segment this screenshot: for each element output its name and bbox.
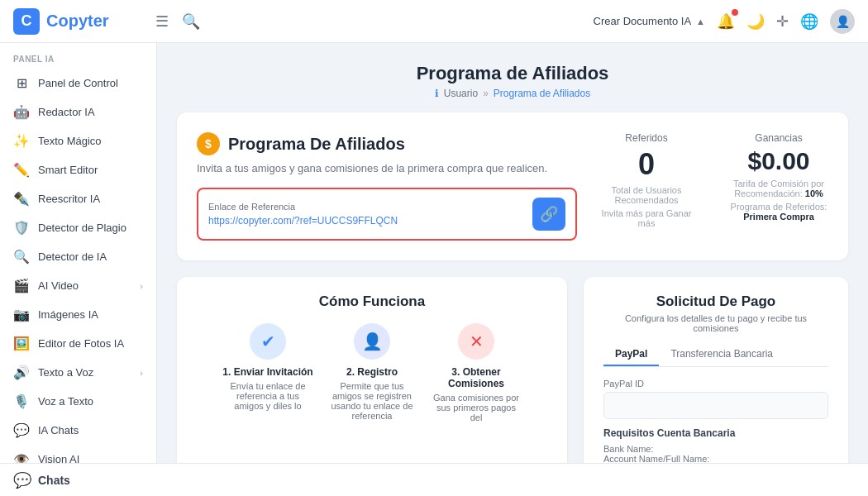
- sidebar-label-texto-voz: Texto a Voz: [38, 366, 131, 379]
- sidebar-icon-smart-editor: ✏️: [13, 162, 30, 178]
- nav-icons-left: ☰ 🔍: [155, 12, 200, 31]
- info-icon: ℹ: [435, 88, 439, 99]
- dollar-badge: $: [197, 132, 220, 155]
- ref-link-label: Enlace de Referencia: [208, 202, 526, 212]
- main-content: Programa de Afiliados ℹ Usuario » Progra…: [157, 43, 868, 496]
- affiliate-header: $ Programa De Afiliados: [197, 132, 577, 155]
- sidebar-label-ai-video: AI Video: [38, 279, 131, 292]
- sidebar-label-detector-ia: Detector de IA: [38, 250, 143, 263]
- sidebar-icon-texto-magico: ✨: [13, 133, 30, 149]
- sidebar-item-texto-magico[interactable]: ✨ Texto Mágico: [0, 126, 156, 155]
- sidebar-item-imagenes-ia[interactable]: 📷 Imágenes IA: [0, 300, 156, 329]
- page-title: Programa de Afiliados: [177, 63, 848, 84]
- sidebar-item-ia-chats[interactable]: 💬 IA Chats: [0, 416, 156, 445]
- step-icon-3: ✕: [458, 323, 494, 360]
- breadcrumb-user: Usuario: [444, 88, 478, 99]
- sidebar-icon-detector-plagio: 🛡️: [13, 220, 30, 236]
- payment-title: Solicitud De Pago: [603, 293, 828, 310]
- how-step-3: ✕ 3. Obtener Comisiones Gana comisiones …: [431, 323, 522, 422]
- copy-link-button[interactable]: 🔗: [532, 198, 565, 231]
- stat-referidos: Referidos 0 Total de Usuarios Recomendad…: [597, 132, 696, 228]
- chevron-up-icon: ▲: [696, 17, 705, 26]
- sidebar-icon-editor-fotos: 🖼️: [13, 336, 30, 351]
- affiliate-stats: Referidos 0 Total de Usuarios Recomendad…: [597, 132, 828, 228]
- breadcrumb-current[interactable]: Programa de Afiliados: [494, 88, 590, 99]
- sidebar-item-editor-fotos[interactable]: 🖼️ Editor de Fotos IA: [0, 329, 156, 358]
- affiliate-left: $ Programa De Afiliados Invita a tus ami…: [197, 132, 577, 241]
- sidebar-item-redactor-ia[interactable]: 🤖 Redactor IA: [0, 98, 156, 126]
- avatar[interactable]: 👤: [830, 9, 855, 34]
- sidebar-item-panel-control[interactable]: ⊞ Panel de Control: [0, 69, 156, 98]
- ref-link-url: https://copyter.com/?ref=UUCCS9FFLQCN: [208, 215, 526, 227]
- sidebar-item-voz-texto[interactable]: 🎙️ Voz a Texto: [0, 387, 156, 416]
- payment-subtitle: Configura los detalles de tu pago y reci…: [603, 313, 828, 333]
- sidebar-item-smart-editor[interactable]: ✏️ Smart Editor: [0, 155, 156, 184]
- step-icon-1: ✔: [250, 323, 286, 360]
- breadcrumb-separator: »: [483, 88, 489, 99]
- chat-icon: 💬: [13, 471, 31, 489]
- breadcrumb: ℹ Usuario » Programa de Afiliados: [177, 88, 848, 99]
- chats-label: Chats: [38, 474, 70, 487]
- sidebar-label-voz-texto: Voz a Texto: [38, 395, 143, 408]
- sidebar-icon-panel-control: ⊞: [13, 75, 30, 91]
- sidebar-icon-redactor-ia: 🤖: [13, 104, 30, 120]
- how-step-2: 👤 2. Registro Permite que tus amigos se …: [327, 323, 417, 422]
- globe-icon[interactable]: 🌐: [800, 12, 818, 31]
- step-desc-1: Envía tu enlace de referencia a tus amig…: [222, 381, 313, 411]
- sidebar-section-label: PANEL IA: [0, 43, 156, 69]
- how-title: Cómo Funciona: [197, 293, 547, 310]
- sidebar-item-detector-plagio[interactable]: 🛡️ Detector de Plagio: [0, 213, 156, 242]
- sidebar-icon-detector-ia: 🔍: [13, 249, 30, 265]
- affiliate-title: Programa De Afiliados: [228, 135, 405, 154]
- chevron-right-icon: ›: [140, 368, 143, 378]
- step-title-1: 1. Enviar Invitación: [222, 366, 312, 378]
- sidebar-icon-texto-voz: 🔊: [13, 365, 30, 380]
- stat-ganancias: Ganancias $0.00 Tarifa de Comisión por R…: [729, 132, 828, 228]
- chats-bar: 💬 Chats: [0, 463, 868, 496]
- step-desc-2: Permite que tus amigos se registren usan…: [327, 381, 417, 421]
- sidebar-icon-ai-video: 🎬: [13, 278, 30, 293]
- step-desc-3: Gana comisiones por sus primeros pagos d…: [431, 393, 522, 422]
- sidebar-label-editor-fotos: Editor de Fotos IA: [38, 337, 143, 350]
- ref-link-box: Enlace de Referencia https://copyter.com…: [197, 188, 577, 241]
- step-title-2: 2. Registro: [346, 366, 398, 378]
- bell-badge: [732, 9, 738, 16]
- step-icon-2: 👤: [354, 323, 390, 360]
- sidebar-label-smart-editor: Smart Editor: [38, 164, 143, 176]
- top-nav: C Copyter ☰ 🔍 Crear Documento IA ▲ 🔔 🌙 ✛…: [0, 0, 868, 43]
- moon-icon[interactable]: 🌙: [746, 12, 765, 31]
- sidebar-item-reescritor-ia[interactable]: ✒️ Reescritor IA: [0, 184, 156, 213]
- sidebar-icon-voz-texto: 🎙️: [13, 393, 30, 409]
- tab-bank[interactable]: Transferencia Bancaria: [659, 343, 785, 366]
- sidebar-label-reescritor-ia: Reescritor IA: [38, 193, 143, 205]
- logo-text: Copyter: [46, 12, 109, 31]
- sidebar: PANEL IA ⊞ Panel de Control 🤖 Redactor I…: [0, 43, 157, 496]
- paypal-id-input[interactable]: [603, 392, 828, 419]
- sidebar-label-detector-plagio: Detector de Plagio: [38, 222, 143, 234]
- step-title-3: 3. Obtener Comisiones: [431, 366, 522, 389]
- sidebar-icon-ia-chats: 💬: [13, 422, 30, 438]
- bell-icon[interactable]: 🔔: [717, 12, 735, 31]
- logo-box: C: [13, 8, 40, 35]
- paypal-id-label: PayPal ID: [603, 379, 828, 389]
- payment-tabs: PayPal Transferencia Bancaria: [603, 343, 828, 367]
- nav-right: Crear Documento IA ▲ 🔔 🌙 ✛ 🌐 👤: [594, 9, 855, 34]
- tab-paypal[interactable]: PayPal: [603, 343, 659, 366]
- hamburger-icon[interactable]: ☰: [155, 12, 169, 31]
- sidebar-icon-imagenes-ia: 📷: [13, 307, 30, 322]
- sidebar-item-detector-ia[interactable]: 🔍 Detector de IA: [0, 242, 156, 271]
- search-icon[interactable]: 🔍: [182, 12, 200, 31]
- sidebar-icon-reescritor-ia: ✒️: [13, 191, 30, 207]
- sidebar-item-texto-voz[interactable]: 🔊 Texto a Voz ›: [0, 358, 156, 387]
- sidebar-label-texto-magico: Texto Mágico: [38, 135, 143, 147]
- page-header: Programa de Afiliados ℹ Usuario » Progra…: [177, 63, 848, 99]
- affiliate-subtitle: Invita a tus amigos y gana comisiones de…: [197, 162, 577, 174]
- how-steps: ✔ 1. Enviar Invitación Envía tu enlace d…: [197, 323, 547, 422]
- bank-section-title: Requisitos Cuenta Bancaria: [603, 427, 828, 439]
- bank-field-label-1: Bank Name:: [603, 444, 828, 454]
- crosshair-icon[interactable]: ✛: [776, 12, 789, 31]
- logo-area: C Copyter: [13, 8, 145, 35]
- how-step-1: ✔ 1. Enviar Invitación Envía tu enlace d…: [222, 323, 313, 422]
- create-doc-button[interactable]: Crear Documento IA ▲: [594, 15, 705, 27]
- sidebar-item-ai-video[interactable]: 🎬 AI Video ›: [0, 271, 156, 300]
